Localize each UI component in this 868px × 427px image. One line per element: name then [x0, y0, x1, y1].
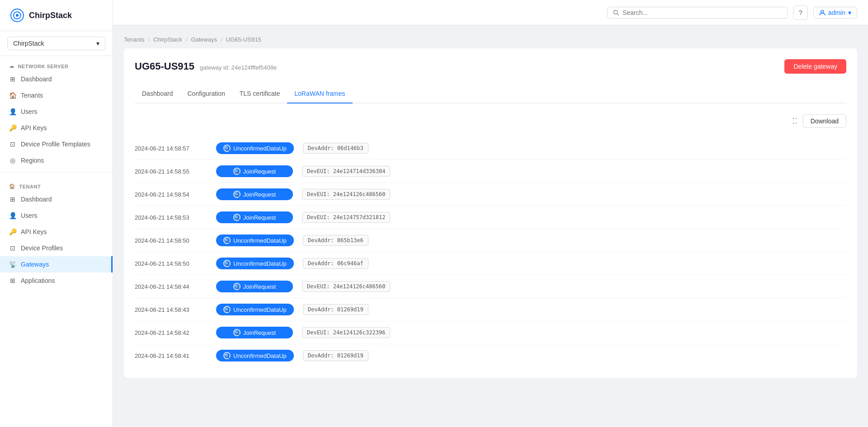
icon-ns-users: 👤	[9, 108, 16, 115]
tab-configuration[interactable]: Configuration	[180, 84, 232, 103]
icon-ns-device-profile-templates: ⊡	[9, 141, 16, 148]
network-server-nav: ⊞Dashboard🏠Tenants👤Users🔑API Keys⊡Device…	[0, 71, 113, 169]
sidebar-item-t-gateways[interactable]: 📡Gateways	[0, 256, 113, 272]
frame-time-2: 2024-06-21 14:58:54	[135, 191, 207, 198]
sidebar-item-t-dashboard[interactable]: ⊞Dashboard	[0, 191, 113, 207]
question-mark-icon: ?	[799, 9, 802, 16]
page-header: UG65-US915 gateway id: 24e124fffef5408e …	[135, 59, 846, 74]
label-ns-dashboard: Dashboard	[21, 75, 52, 83]
frame-addr-1: DevEUI: 24e124714d336384	[302, 166, 390, 177]
search-circle-icon: 🔍	[233, 329, 241, 336]
sidebar-item-t-users[interactable]: 👤Users	[0, 207, 113, 224]
table-row: 2024-06-21 14:58:55 🔍 JoinRequest DevEUI…	[135, 160, 846, 183]
sidebar-item-ns-users[interactable]: 👤Users	[0, 103, 113, 120]
settings-dots-icon[interactable]: ⁚⁚	[792, 116, 797, 126]
table-row: 2024-06-21 14:58:57 🔍 UnconfirmedDataUp …	[135, 137, 846, 160]
frame-addr-6: DevEUI: 24e124126c486560	[302, 281, 390, 292]
frame-type-button-9[interactable]: 🔍 UnconfirmedDataUp	[216, 350, 294, 361]
download-button[interactable]: Download	[803, 114, 846, 128]
chevron-down-icon: ▾	[96, 40, 99, 47]
search-input[interactable]	[623, 9, 782, 16]
tenant-name: ChirpStack	[13, 40, 44, 47]
tenant-label: Tenant	[19, 184, 41, 189]
breadcrumb-sep-1: /	[148, 36, 150, 43]
frame-type-button-4[interactable]: 🔍 UnconfirmedDataUp	[216, 235, 294, 246]
page-title: UG65-US915	[135, 61, 194, 72]
icon-t-users: 👤	[9, 212, 16, 219]
tenant-select-box[interactable]: ChirpStack ▾	[7, 37, 105, 50]
table-row: 2024-06-21 14:58:50 🔍 UnconfirmedDataUp …	[135, 252, 846, 275]
frame-type-label-4: UnconfirmedDataUp	[233, 237, 287, 244]
tenant-selector[interactable]: ChirpStack ▾	[0, 31, 113, 56]
sidebar-item-ns-tenants[interactable]: 🏠Tenants	[0, 87, 113, 103]
icon-t-device-profiles: ⊡	[9, 244, 16, 252]
tab-bar: Dashboard Configuration TLS certificate …	[135, 84, 846, 103]
gateway-id: gateway id: 24e124fffef5408e	[200, 64, 277, 71]
breadcrumb-tenants[interactable]: Tenants	[124, 36, 145, 43]
frame-type-button-0[interactable]: 🔍 UnconfirmedDataUp	[216, 142, 294, 154]
delete-gateway-button[interactable]: Delete gateway	[784, 59, 846, 74]
svg-line-4	[617, 14, 618, 15]
tenant-icon: 🏠	[9, 183, 16, 189]
help-button[interactable]: ?	[793, 5, 808, 20]
sidebar-item-t-device-profiles[interactable]: ⊡Device Profiles	[0, 240, 113, 256]
frame-type-label-8: JoinRequest	[243, 329, 276, 336]
page-content: Tenants / ChirpStack / Gateways / UG65-U…	[113, 25, 868, 427]
sidebar-item-ns-dashboard[interactable]: ⊞Dashboard	[0, 71, 113, 87]
sidebar-item-ns-api-keys[interactable]: 🔑API Keys	[0, 120, 113, 136]
tab-lorawan[interactable]: LoRaWAN frames	[287, 84, 352, 103]
frames-toolbar: ⁚⁚ Download	[135, 114, 846, 128]
search-circle-icon: 🔍	[233, 214, 241, 221]
frame-type-button-5[interactable]: 🔍 UnconfirmedDataUp	[216, 258, 294, 269]
label-t-dashboard: Dashboard	[21, 196, 52, 203]
breadcrumb-gateways[interactable]: Gateways	[191, 36, 217, 43]
icon-t-gateways: 📡	[9, 261, 16, 268]
icon-ns-api-keys: 🔑	[9, 124, 16, 131]
main-area: ? admin ▾ Tenants / ChirpStack / Gateway…	[113, 0, 868, 427]
frame-type-button-7[interactable]: 🔍 UnconfirmedDataUp	[216, 304, 294, 315]
sidebar-item-ns-device-profile-templates[interactable]: ⊡Device Profile Templates	[0, 136, 113, 152]
label-t-api-keys: API Keys	[21, 228, 47, 235]
label-ns-regions: Regions	[21, 157, 44, 164]
table-row: 2024-06-21 14:58:54 🔍 JoinRequest DevEUI…	[135, 183, 846, 206]
table-row: 2024-06-21 14:58:44 🔍 JoinRequest DevEUI…	[135, 275, 846, 298]
frame-addr-3: DevEUI: 24e124757d321812	[302, 212, 390, 223]
frame-addr-4: DevAddr: 065b13e6	[303, 235, 368, 246]
search-box[interactable]	[607, 7, 788, 19]
frame-addr-0: DevAddr: 06d146b3	[303, 143, 368, 154]
label-ns-api-keys: API Keys	[21, 124, 47, 131]
app-name: ChirpStack	[29, 11, 72, 20]
frame-addr-2: DevEUI: 24e124126c486560	[302, 189, 390, 200]
frame-type-button-2[interactable]: 🔍 JoinRequest	[216, 188, 293, 200]
page-card: UG65-US915 gateway id: 24e124fffef5408e …	[124, 48, 857, 378]
frame-type-button-3[interactable]: 🔍 JoinRequest	[216, 211, 293, 223]
admin-menu-button[interactable]: admin ▾	[813, 7, 857, 19]
search-circle-icon: 🔍	[233, 191, 241, 198]
frame-addr-7: DevAddr: 01269d19	[303, 304, 368, 315]
frame-type-label-6: JoinRequest	[243, 283, 276, 290]
frame-type-button-6[interactable]: 🔍 JoinRequest	[216, 281, 293, 292]
sidebar-item-t-applications[interactable]: ⊞Applications	[0, 272, 113, 289]
breadcrumb-chirpstack[interactable]: ChirpStack	[153, 36, 182, 43]
sidebar-item-t-api-keys[interactable]: 🔑API Keys	[0, 224, 113, 240]
logo-area: ChirpStack	[0, 0, 113, 31]
tenant-nav: ⊞Dashboard👤Users🔑API Keys⊡Device Profile…	[0, 191, 113, 289]
frame-type-button-1[interactable]: 🔍 JoinRequest	[216, 165, 293, 177]
tab-dashboard[interactable]: Dashboard	[135, 84, 180, 103]
breadcrumb-current: UG65-US915	[226, 36, 261, 43]
label-ns-tenants: Tenants	[21, 92, 43, 99]
frame-type-label-2: JoinRequest	[243, 191, 276, 198]
tab-tls[interactable]: TLS certificate	[232, 84, 287, 103]
frame-type-label-3: JoinRequest	[243, 214, 276, 221]
frame-type-button-8[interactable]: 🔍 JoinRequest	[216, 327, 293, 338]
sidebar-item-ns-regions[interactable]: ◎Regions	[0, 152, 113, 169]
table-row: 2024-06-21 14:58:42 🔍 JoinRequest DevEUI…	[135, 321, 846, 344]
frame-time-3: 2024-06-21 14:58:53	[135, 214, 207, 221]
frame-time-1: 2024-06-21 14:58:55	[135, 168, 207, 175]
frame-type-label-7: UnconfirmedDataUp	[233, 306, 287, 313]
label-t-users: Users	[21, 212, 38, 219]
icon-ns-dashboard: ⊞	[9, 75, 16, 83]
header: ? admin ▾	[113, 0, 868, 25]
search-circle-icon: 🔍	[223, 352, 231, 359]
tenant-section: 🏠 Tenant	[0, 176, 113, 191]
